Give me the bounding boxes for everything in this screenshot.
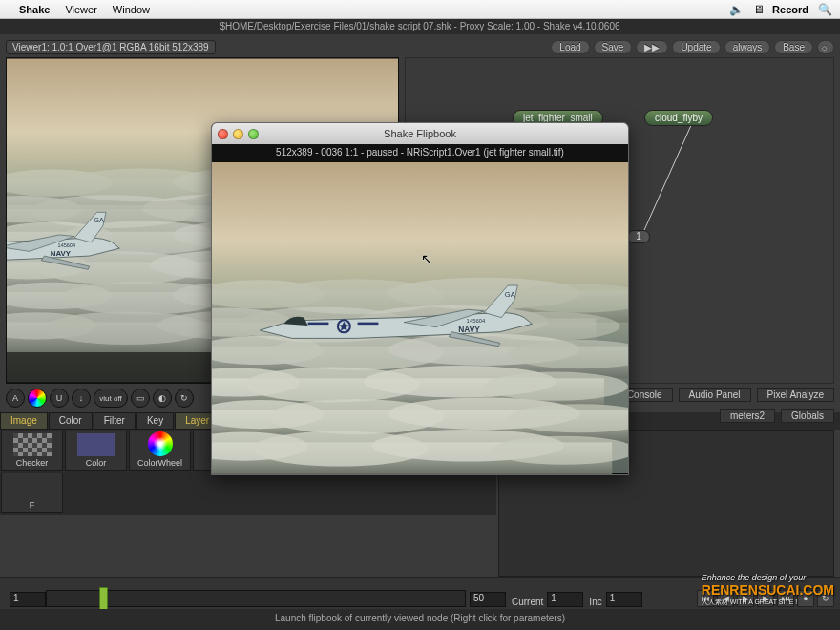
vlut-toggle[interactable]: vlut off: [94, 388, 128, 408]
inc-label: Inc: [589, 597, 601, 607]
arrow-button[interactable]: ▶▶: [636, 40, 668, 54]
base-button[interactable]: Base: [774, 40, 813, 54]
channel-u-button[interactable]: U: [50, 388, 69, 408]
palette-f2[interactable]: F: [1, 472, 63, 513]
record-indicator[interactable]: Record: [772, 4, 808, 15]
flipbook-viewport[interactable]: [212, 161, 628, 474]
close-icon[interactable]: [218, 129, 228, 139]
load-button[interactable]: Load: [551, 40, 589, 54]
timeline[interactable]: 1 250 450: [46, 590, 466, 607]
zoom-icon[interactable]: [248, 129, 259, 139]
channel-a-button[interactable]: A: [6, 388, 25, 408]
light-icon[interactable]: ☼: [817, 40, 834, 54]
current-frame-field[interactable]: 50: [470, 592, 506, 607]
flipbook-subtitle: 512x389 - 0036 1:1 - paused - NRiScript1…: [212, 144, 628, 161]
tab-pixel-analyze[interactable]: Pixel Analyze: [757, 388, 834, 402]
app-name[interactable]: Shake: [19, 4, 50, 15]
display-icon[interactable]: 🖥: [753, 3, 765, 16]
palette-colorwheel[interactable]: ColorWheel: [129, 430, 191, 471]
menu-viewer[interactable]: Viewer: [65, 4, 96, 15]
tab-color[interactable]: Color: [49, 412, 93, 430]
status-bar: Launch flipbook of currently viewed node…: [0, 609, 840, 630]
current-field[interactable]: 1: [547, 592, 583, 607]
current-label: Current: [512, 597, 543, 607]
watermark: Enhance the design of your RENRENSUCAI.C…: [702, 573, 834, 607]
flipbook-window[interactable]: Shake Flipbook 512x389 - 0036 1:1 - paus…: [211, 122, 629, 475]
always-button[interactable]: always: [724, 40, 771, 54]
palette-color[interactable]: Color: [65, 430, 127, 471]
compare-icon[interactable]: ◐: [153, 388, 172, 408]
flipbook-title: Shake Flipbook: [218, 128, 622, 139]
tab-meters2[interactable]: meters2: [720, 409, 775, 423]
volume-icon[interactable]: 🔈: [729, 3, 744, 16]
arrow-down-icon[interactable]: ↓: [72, 388, 91, 408]
roi-icon[interactable]: ▭: [131, 388, 150, 408]
playhead[interactable]: [99, 587, 108, 610]
viewer-tab[interactable]: Viewer1: 1.0:1 Over1@1 RGBA 16bit 512x38…: [6, 40, 216, 54]
document-title: $HOME/Desktop/Exercise Files/01/shake sc…: [0, 19, 840, 34]
update-button[interactable]: Update: [672, 40, 720, 54]
refresh-icon[interactable]: ↻: [175, 388, 194, 408]
node-output[interactable]: 1: [627, 230, 650, 243]
menu-window[interactable]: Window: [113, 4, 150, 15]
node-cloud-flyby[interactable]: cloud_flyby: [644, 110, 713, 126]
tab-audio-panel[interactable]: Audio Panel: [679, 388, 751, 402]
color-picker-icon[interactable]: [28, 388, 47, 408]
minimize-icon[interactable]: [233, 129, 243, 139]
tab-image[interactable]: Image: [0, 412, 48, 430]
save-button[interactable]: Save: [594, 40, 633, 54]
range-start-field[interactable]: 1: [10, 592, 46, 607]
inc-field[interactable]: 1: [606, 592, 642, 607]
palette-checker[interactable]: Checker: [1, 430, 63, 471]
spotlight-icon[interactable]: 🔍: [818, 3, 832, 16]
tab-filter[interactable]: Filter: [94, 412, 136, 430]
tab-key[interactable]: Key: [136, 412, 174, 430]
tab-globals[interactable]: Globals: [781, 409, 834, 423]
